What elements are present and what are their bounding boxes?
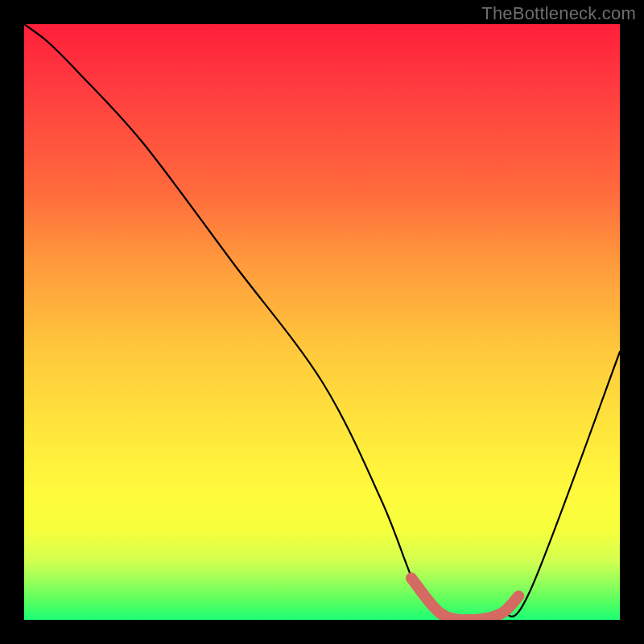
bottleneck-curve-path	[24, 24, 620, 620]
highlight-segment-path	[411, 578, 518, 620]
curve-svg	[24, 24, 620, 620]
chart-frame: TheBottleneck.com	[0, 0, 644, 644]
plot-area	[24, 24, 620, 620]
watermark-label: TheBottleneck.com	[481, 3, 636, 24]
